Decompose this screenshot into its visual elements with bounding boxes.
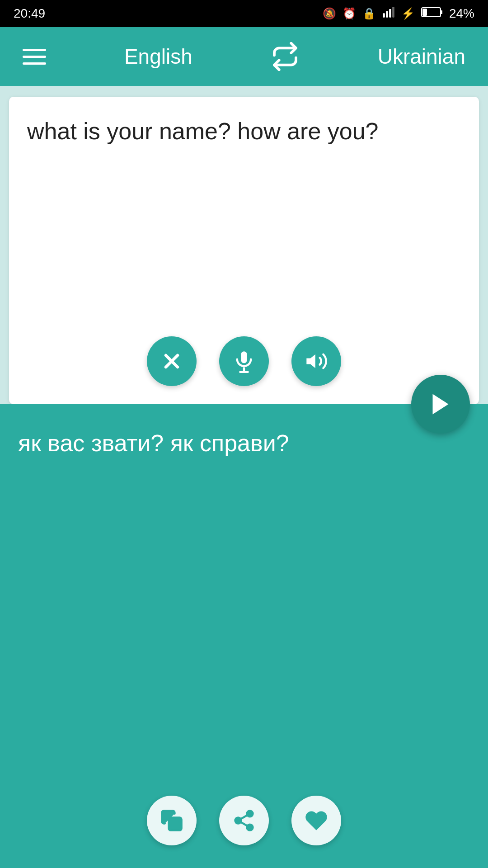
battery-icon	[421, 6, 443, 21]
translate-send-button[interactable]	[411, 375, 470, 434]
status-icons: 🔕 ⏰ 🔒 ⚡ 24%	[323, 6, 474, 21]
main-content: what is your name? how are you?	[0, 86, 488, 868]
svg-rect-3	[392, 7, 394, 17]
translation-text: як вас звати? як справи?	[18, 427, 470, 460]
svg-rect-14	[169, 818, 182, 830]
source-text[interactable]: what is your name? how are you?	[27, 115, 461, 148]
microphone-button[interactable]	[219, 336, 269, 386]
favorite-button[interactable]	[291, 796, 341, 845]
translation-actions	[0, 796, 488, 845]
svg-rect-1	[386, 11, 388, 18]
translation-panel: як вас звати? як справи?	[0, 404, 488, 868]
svg-line-18	[241, 822, 248, 826]
signal-icon	[382, 6, 395, 21]
speaker-button[interactable]	[291, 336, 341, 386]
menu-button[interactable]	[23, 49, 46, 65]
charging-icon: ⚡	[401, 7, 415, 20]
swap-languages-button[interactable]	[271, 42, 300, 71]
svg-marker-12	[306, 354, 315, 368]
battery-percent: 24%	[449, 6, 474, 21]
alarm-icon: ⏰	[343, 7, 356, 20]
clear-button[interactable]	[147, 336, 197, 386]
svg-rect-9	[241, 351, 247, 363]
sim-icon: 🔒	[362, 7, 376, 20]
share-button[interactable]	[219, 796, 269, 845]
notification-muted-icon: 🔕	[323, 7, 336, 20]
svg-rect-2	[389, 9, 391, 18]
svg-rect-0	[383, 13, 385, 17]
nav-bar: English Ukrainian	[0, 27, 488, 86]
source-actions	[9, 336, 479, 386]
svg-rect-6	[422, 9, 427, 16]
svg-marker-13	[433, 394, 449, 415]
target-language-selector[interactable]: Ukrainian	[378, 44, 465, 69]
svg-rect-5	[441, 10, 442, 14]
copy-button[interactable]	[147, 796, 197, 845]
status-bar: 20:49 🔕 ⏰ 🔒 ⚡ 24%	[0, 0, 488, 27]
source-panel: what is your name? how are you?	[9, 97, 479, 404]
source-language-selector[interactable]: English	[124, 44, 192, 69]
status-time: 20:49	[14, 6, 45, 21]
svg-line-19	[241, 815, 248, 819]
